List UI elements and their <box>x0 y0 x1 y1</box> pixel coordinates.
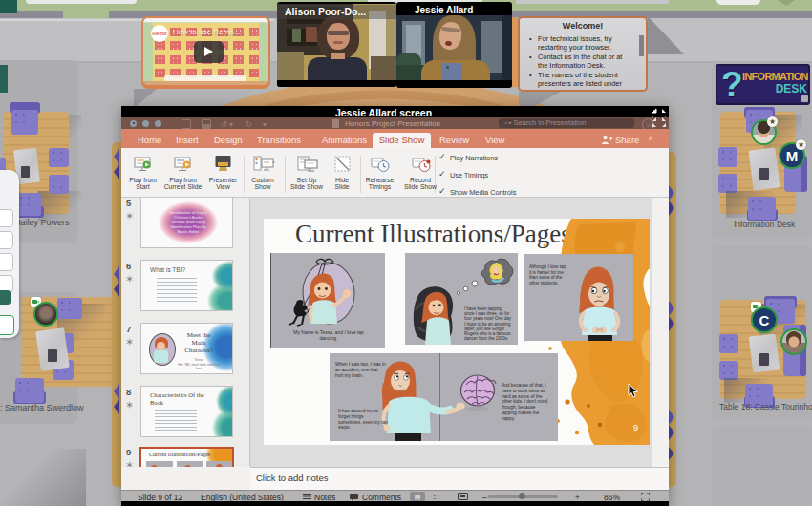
svg-text:9: 9 <box>633 423 638 432</box>
